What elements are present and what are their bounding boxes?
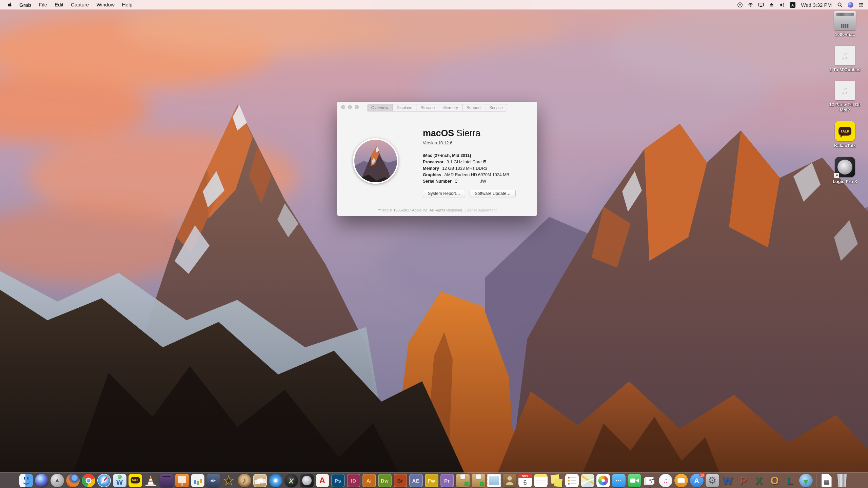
dropstuff-icon [472, 474, 485, 487]
dock-garageband[interactable]: ♪ [238, 474, 251, 488]
dock-toast[interactable] [160, 474, 173, 488]
active-app-menu[interactable]: Grab [16, 2, 35, 8]
itunes-icon: ♫ [659, 474, 672, 487]
keynote-icon [175, 474, 189, 487]
dock-reminders[interactable] [565, 474, 579, 488]
dock-safari[interactable] [97, 474, 111, 488]
dock-powerpoint[interactable]: P [737, 474, 750, 488]
dock-mail[interactable] [487, 474, 501, 488]
creative-cloud-icon[interactable]: ∞ [737, 2, 743, 8]
dock-photoshop[interactable]: Ps [331, 474, 345, 488]
dock-chrome[interactable] [82, 474, 95, 488]
dock-sitesucker[interactable]: ▼ [799, 474, 813, 488]
desktop-icon-audio-file-1[interactable]: ♫1 Tu M'Oublies [830, 46, 861, 73]
iphoto-icon [253, 474, 267, 487]
dock-after-effects[interactable]: AE [409, 474, 423, 488]
dock-imovie[interactable]: ★ [222, 474, 236, 488]
tab-support[interactable]: Support [462, 104, 485, 111]
tab-service[interactable]: Service [485, 104, 507, 111]
menu-file[interactable]: File [35, 0, 51, 9]
dock-dreamweaver[interactable]: Dw [378, 474, 392, 488]
dock-word[interactable]: W [721, 474, 735, 488]
menu-window[interactable]: Window [93, 0, 118, 9]
spotlight-icon[interactable] [837, 2, 843, 8]
dock-vlc[interactable] [144, 474, 158, 488]
close-button[interactable] [341, 105, 345, 109]
dock-trash[interactable] [835, 474, 849, 488]
software-update-button[interactable]: Software Update… [470, 190, 516, 197]
dock-calendar[interactable]: NOV6 [518, 474, 532, 488]
input-source-icon[interactable]: A [790, 2, 795, 8]
dock-idvd[interactable] [269, 474, 282, 488]
dock-firefox[interactable] [66, 474, 80, 488]
dock-logic-pro[interactable] [300, 474, 314, 488]
menubar-clock[interactable]: Wed 3:32 PM [801, 2, 832, 8]
dock-grab[interactable]: ✂ [643, 474, 657, 488]
system-report-button[interactable]: System Report… [423, 190, 465, 197]
dock-separator [816, 474, 816, 487]
dock-outlook[interactable]: O [768, 474, 782, 488]
dock-iphoto[interactable] [253, 474, 267, 488]
dock-document[interactable] [820, 474, 833, 488]
tab-storage[interactable]: Storage [416, 104, 439, 111]
dock-final-cut[interactable]: X [284, 474, 298, 488]
desktop-icon-volume-1000-mac[interactable]: 1000-mac [834, 11, 856, 37]
word-icon: W [721, 474, 735, 487]
menu-help[interactable]: Help [118, 0, 136, 9]
dock-finder[interactable] [19, 474, 33, 488]
menu-edit[interactable]: Edit [51, 0, 67, 9]
eject-icon[interactable] [769, 2, 774, 8]
dock-siri[interactable] [35, 474, 48, 488]
zoom-button[interactable] [355, 105, 359, 109]
dock-numbers[interactable] [191, 474, 204, 488]
airplay-display-icon[interactable] [758, 2, 764, 8]
dock-indesign[interactable]: ID [347, 474, 360, 488]
dock-contacts[interactable] [503, 474, 516, 488]
photos-icon [596, 474, 610, 487]
dock-facetime[interactable] [628, 474, 641, 488]
menu-capture[interactable]: Capture [67, 0, 93, 9]
dock-keynote[interactable] [175, 474, 189, 488]
notification-center-icon[interactable] [858, 2, 864, 8]
dock-notes[interactable] [534, 474, 548, 488]
dock-lync[interactable]: L [784, 474, 797, 488]
dock-bridge[interactable]: Br [394, 474, 407, 488]
dock-ibooks[interactable] [674, 474, 688, 488]
dock-itunes[interactable]: ♫ [659, 474, 672, 488]
tab-memory[interactable]: Memory [439, 104, 462, 111]
wifi-icon[interactable] [748, 2, 753, 8]
tab-displays[interactable]: Displays [393, 104, 416, 111]
dock-launchpad[interactable]: ➤ [51, 474, 64, 488]
dock-photos[interactable] [596, 474, 610, 488]
dock-pages[interactable]: ✒ [206, 474, 220, 488]
dock-stuffit-expander[interactable] [456, 474, 470, 488]
dock-maps[interactable] [581, 474, 594, 488]
volume-icon[interactable] [779, 2, 785, 8]
desktop-icon-audio-file-12[interactable]: ♫12 Parle-T-Il De Moi? [825, 81, 865, 113]
dock-illustrator[interactable]: Ai [362, 474, 376, 488]
dock-fireworks[interactable]: Fw [425, 474, 438, 488]
dock-excel[interactable]: X [752, 474, 766, 488]
dock-messages[interactable]: ••• [612, 474, 626, 488]
copyright-text: ™ and © 1983-2017 Apple Inc. All Rights … [378, 208, 463, 212]
dock-premiere[interactable]: Pr [440, 474, 454, 488]
trash-icon [836, 474, 848, 487]
dock-system-preferences[interactable]: ⚙ [706, 474, 719, 488]
siri-icon[interactable] [848, 2, 853, 8]
apple-menu-icon[interactable] [7, 2, 13, 8]
dock-dropstuff[interactable] [472, 474, 485, 488]
contacts-icon [503, 474, 516, 487]
minimize-button[interactable] [348, 105, 352, 109]
dock-stickies[interactable] [550, 474, 563, 488]
dock-kakaotalk[interactable]: TALK [129, 474, 142, 488]
license-agreement-link[interactable]: License Agreement [465, 208, 496, 212]
tab-overview[interactable]: Overview [367, 104, 393, 111]
imovie-icon: ★ [222, 474, 236, 487]
dock-acrobat[interactable]: A [316, 474, 329, 488]
desktop-icon-logic-pro-x-alias[interactable]: Logic Pro X [833, 157, 857, 184]
desktop-icon-kakaotalk-desktop[interactable]: TALKKakaoTalk [834, 121, 856, 148]
window-titlebar[interactable]: OverviewDisplaysStorageMemorySupportServ… [337, 102, 537, 114]
desktop-wallpaper [0, 0, 868, 488]
dock-w-globe-app[interactable]: w [113, 474, 126, 488]
dock-app-store[interactable]: A13 [690, 474, 704, 488]
